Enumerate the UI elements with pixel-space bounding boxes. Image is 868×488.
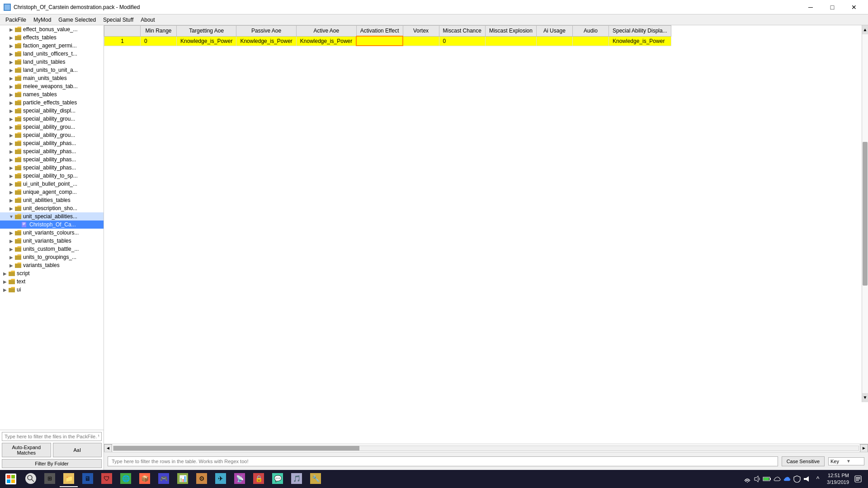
- volume-tray-icon[interactable]: [753, 474, 762, 483]
- tree-item-christoph-file[interactable]: Christoph_Of_Ca...: [0, 221, 104, 229]
- tree-item-main-units[interactable]: ▶ main_units_tables: [0, 74, 104, 82]
- taskbar-file-explorer[interactable]: 📁: [60, 471, 78, 487]
- table-row[interactable]: 1 0 Knowledge_is_Power Knowledge_is_Powe…: [104, 36, 671, 46]
- taskbar-search[interactable]: [22, 471, 40, 487]
- tree-item-land-units-tables[interactable]: ▶ land_units_tables: [0, 58, 104, 66]
- cell-miscast-chance[interactable]: 0: [439, 36, 485, 46]
- taskbar-app-10[interactable]: 🔒: [250, 471, 268, 487]
- tree-item-special-ability-displ[interactable]: ▶ special_ability_displ...: [0, 107, 104, 115]
- menu-game-selected[interactable]: Game Selected: [55, 16, 99, 24]
- h-scroll-thumb[interactable]: [113, 446, 359, 450]
- tree-item-units-to-groupings[interactable]: ▶ units_to_groupings_...: [0, 253, 104, 261]
- security-tray-icon[interactable]: [793, 474, 802, 483]
- cell-targetting-aoe[interactable]: Knowledge_is_Power: [177, 36, 236, 46]
- tree-item-text[interactable]: ▶ text: [0, 277, 104, 286]
- taskbar-task-view[interactable]: ⊞: [41, 471, 59, 487]
- folder-icon: [14, 132, 22, 138]
- system-clock[interactable]: 12:51 PM 3/19/2019: [824, 472, 852, 486]
- horizontal-scrollbar[interactable]: ◄ ►: [104, 444, 868, 452]
- start-button[interactable]: [2, 470, 20, 488]
- tree-arrow: ▶: [8, 60, 14, 65]
- sidebar-filter-input[interactable]: [2, 432, 102, 441]
- tree-item-special-ability-to-sp[interactable]: ▶ special_ability_to_sp...: [0, 172, 104, 180]
- taskbar-app-4[interactable]: 📦: [136, 471, 154, 487]
- taskbar-app-7[interactable]: ⚙: [193, 471, 211, 487]
- tree-item-special-ability-phas2[interactable]: ▶ special_ability_phas...: [0, 147, 104, 155]
- tree-item-units-custom-battle[interactable]: ▶ units_custom_battle_...: [0, 245, 104, 253]
- network-tray-icon[interactable]: [743, 474, 752, 483]
- auto-expand-button[interactable]: Auto-Expand Matches: [2, 443, 51, 457]
- tree-item-ui[interactable]: ▶ ui: [0, 286, 104, 294]
- tree-item-unit-variants-colours[interactable]: ▶ unit_variants_colours...: [0, 229, 104, 237]
- tree-item-unit-variants-tables[interactable]: ▶ unit_variants_tables: [0, 237, 104, 245]
- taskbar-app-8[interactable]: ✈: [212, 471, 230, 487]
- tree-item-variants-tables[interactable]: ▶ variants_tables: [0, 261, 104, 269]
- speaker2-tray-icon[interactable]: [802, 474, 811, 483]
- taskbar-app-11[interactable]: 💬: [269, 471, 287, 487]
- svg-point-10: [28, 475, 32, 480]
- taskbar-app-3[interactable]: 🌐: [117, 471, 135, 487]
- tree-item-land-units-to-unit[interactable]: ▶ land_units_to_unit_a...: [0, 66, 104, 74]
- tree-item-special-ability-phas3[interactable]: ▶ special_ability_phas...: [0, 155, 104, 164]
- filter-by-folder-button[interactable]: Filter By Folder: [2, 459, 102, 468]
- tree-item-faction-agent[interactable]: ▶ faction_agent_permi...: [0, 42, 104, 50]
- tree-item-script[interactable]: ▶ script: [0, 269, 104, 277]
- cell-audio[interactable]: [572, 36, 609, 46]
- svg-rect-15: [770, 478, 771, 480]
- tree-item-special-ability-phas4[interactable]: ▶ special_ability_phas...: [0, 164, 104, 172]
- tree-item-unique-agent[interactable]: ▶ unique_agent_comp...: [0, 188, 104, 196]
- taskbar-app-1[interactable]: 🖥: [79, 471, 97, 487]
- cell-special-ability-display[interactable]: Knowledge_is_Power: [609, 36, 671, 46]
- tree-arrow: ▶: [8, 149, 14, 154]
- maximize-button[interactable]: □: [822, 0, 843, 14]
- tree-item-land-units-officers[interactable]: ▶ land_units_officers_t...: [0, 50, 104, 58]
- table-wrapper[interactable]: Min Range Targetting Aoe Passive Aoe Act…: [104, 25, 868, 444]
- menu-mymod[interactable]: MyMod: [30, 16, 55, 24]
- tree-item-unit-special-abilities[interactable]: ▼ unit_special_abilities...: [0, 212, 104, 221]
- menu-special-stuff[interactable]: Special Stuff: [99, 16, 137, 24]
- scroll-left-button[interactable]: ◄: [104, 444, 112, 452]
- tree-item-special-ability-grou3[interactable]: ▶ special_ability_grou...: [0, 131, 104, 139]
- scroll-right-button[interactable]: ►: [860, 444, 868, 452]
- close-button[interactable]: ✕: [844, 0, 864, 14]
- cloud2-tray-icon[interactable]: [783, 474, 792, 483]
- h-scroll-track[interactable]: [113, 446, 859, 451]
- cell-miscast-explosion[interactable]: [485, 36, 536, 46]
- tree-item-effects-tables[interactable]: ▶ effects_tables: [0, 33, 104, 42]
- tree-item-special-ability-phas1[interactable]: ▶ special_ability_phas...: [0, 139, 104, 147]
- action-center-icon[interactable]: [854, 474, 863, 483]
- taskbar-app-9[interactable]: 📡: [231, 471, 249, 487]
- case-sensitive-button[interactable]: Case Sensitive: [782, 456, 825, 466]
- tree-item-melee-weapons[interactable]: ▶ melee_weapons_tab...: [0, 82, 104, 90]
- taskbar-app-6[interactable]: 📊: [174, 471, 192, 487]
- tree-item-special-ability-grou2[interactable]: ▶ special_ability_grou...: [0, 123, 104, 131]
- tree-item-names-tables[interactable]: ▶ names_tables: [0, 90, 104, 99]
- taskbar-app-13[interactable]: 🔧: [307, 471, 325, 487]
- cell-ai-usage[interactable]: [536, 36, 572, 46]
- taskbar-app-2[interactable]: 🛡: [98, 471, 116, 487]
- cell-min-range[interactable]: 0: [141, 36, 177, 46]
- cell-activation-effect[interactable]: [356, 36, 403, 46]
- taskbar-app-12[interactable]: 🎵: [288, 471, 306, 487]
- table-filter-input[interactable]: [108, 456, 778, 466]
- cell-passive-aoe[interactable]: Knowledge_is_Power: [236, 36, 296, 46]
- cell-active-aoe[interactable]: Knowledge_is_Power: [296, 36, 356, 46]
- menu-packfile[interactable]: PackFile: [2, 16, 30, 24]
- show-hidden-tray-icon[interactable]: ^: [813, 474, 822, 483]
- tree-item-particle-effects[interactable]: ▶ particle_effects_tables: [0, 99, 104, 107]
- taskbar-app-5[interactable]: 🎮: [155, 471, 173, 487]
- minimize-button[interactable]: ─: [800, 0, 821, 14]
- battery-tray-icon[interactable]: [763, 474, 772, 483]
- cloud-tray-icon[interactable]: [773, 474, 782, 483]
- tree-item-effect-bonus[interactable]: ▶ effect_bonus_value_...: [0, 25, 104, 33]
- cell-vortex[interactable]: [403, 36, 439, 46]
- tree-item-special-ability-grou1[interactable]: ▶ special_ability_grou...: [0, 115, 104, 123]
- key-dropdown[interactable]: Key ▼: [828, 457, 864, 465]
- tree-item-ui-unit-bullet[interactable]: ▶ ui_unit_bullet_point_...: [0, 180, 104, 188]
- tree-label: unit_abilities_tables: [23, 197, 71, 203]
- menu-about[interactable]: About: [137, 16, 158, 24]
- aa-button[interactable]: AaI: [53, 443, 102, 457]
- tree-item-unit-description[interactable]: ▶ unit_description_sho...: [0, 204, 104, 212]
- tree-item-unit-abilities[interactable]: ▶ unit_abilities_tables: [0, 196, 104, 204]
- content-area: Min Range Targetting Aoe Passive Aoe Act…: [104, 25, 868, 470]
